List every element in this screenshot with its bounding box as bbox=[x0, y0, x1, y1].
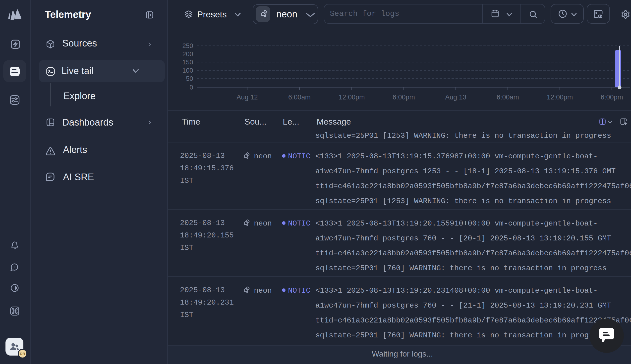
svg-text:200: 200 bbox=[182, 50, 193, 58]
svg-text:6:00am: 6:00am bbox=[497, 94, 519, 101]
svg-text:50: 50 bbox=[186, 75, 193, 82]
svg-text:6:00am: 6:00am bbox=[288, 94, 311, 101]
svg-text:6:00pm: 6:00pm bbox=[601, 94, 623, 101]
svg-text:250: 250 bbox=[182, 42, 193, 50]
svg-text:12:00pm: 12:00pm bbox=[339, 94, 365, 101]
svg-text:Aug 12: Aug 12 bbox=[236, 94, 258, 101]
svg-text:12:00pm: 12:00pm bbox=[547, 94, 573, 101]
svg-text:6:00pm: 6:00pm bbox=[393, 94, 415, 101]
svg-text:150: 150 bbox=[182, 58, 193, 66]
svg-text:0: 0 bbox=[190, 84, 193, 91]
svg-text:Aug 13: Aug 13 bbox=[445, 94, 466, 101]
svg-text:100: 100 bbox=[182, 67, 193, 74]
